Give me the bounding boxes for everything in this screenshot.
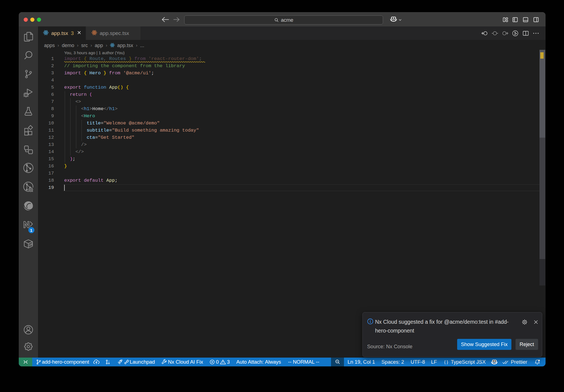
svg-text:{ }: { }: [444, 360, 448, 364]
